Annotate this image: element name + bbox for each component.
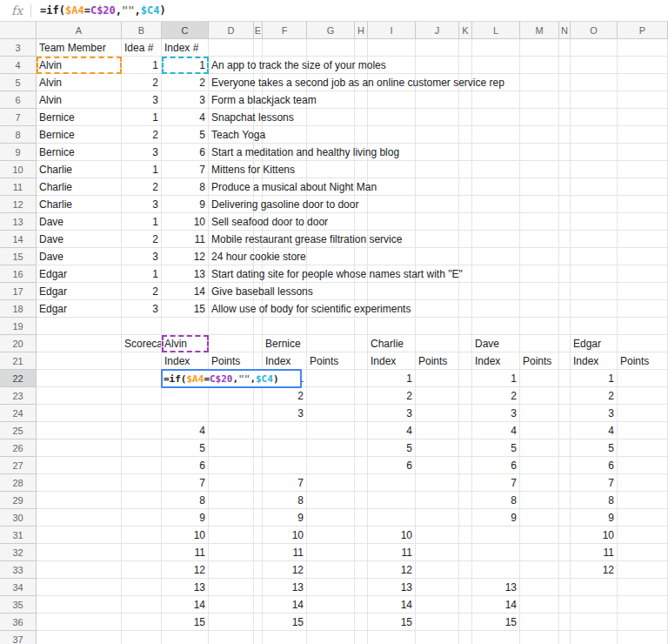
cell-K17[interactable] (459, 283, 472, 300)
cell-N10[interactable] (559, 161, 571, 178)
cell-N11[interactable] (559, 178, 571, 196)
cell-L31[interactable] (472, 527, 520, 544)
cell-B33[interactable] (122, 561, 162, 579)
cell-G25[interactable] (307, 422, 355, 439)
cell-C13[interactable]: 10 (162, 213, 209, 231)
cell-D5[interactable]: Everyone takes a second job as an online… (209, 74, 254, 91)
row-header-14[interactable]: 14 (0, 231, 37, 248)
cell-L6[interactable] (472, 91, 520, 109)
cell-J22[interactable] (416, 370, 459, 387)
cell-M10[interactable] (520, 161, 559, 178)
cell-I10[interactable] (368, 161, 416, 178)
cell-C32[interactable]: 11 (162, 544, 209, 561)
cell-P4[interactable] (618, 57, 668, 74)
cell-B9[interactable]: 3 (122, 144, 162, 161)
cell-P27[interactable] (618, 457, 668, 474)
cell-M9[interactable] (520, 144, 559, 161)
cell-P30[interactable] (618, 509, 668, 527)
cell-O21[interactable]: Index (571, 352, 618, 370)
cell-J23[interactable] (416, 387, 459, 405)
cell-A14[interactable]: Dave (37, 231, 122, 248)
cell-I36[interactable]: 15 (368, 614, 416, 631)
cell-P18[interactable] (618, 300, 668, 318)
column-header-C[interactable]: C (162, 22, 209, 39)
cell-A3[interactable]: Team Member (37, 39, 122, 57)
cell-B32[interactable] (122, 544, 162, 561)
cell-H21[interactable] (355, 352, 368, 370)
cell-L18[interactable] (472, 300, 520, 318)
cell-J29[interactable] (416, 492, 459, 509)
cell-A22[interactable] (37, 370, 122, 387)
cell-C35[interactable]: 14 (162, 596, 209, 614)
cell-A28[interactable] (37, 474, 122, 492)
cell-M11[interactable] (520, 178, 559, 196)
cell-B14[interactable]: 2 (122, 231, 162, 248)
cell-P16[interactable] (618, 265, 668, 283)
cell-M32[interactable] (520, 544, 559, 561)
cell-F26[interactable] (263, 439, 307, 457)
cell-I29[interactable] (368, 492, 416, 509)
cell-D23[interactable] (209, 387, 254, 405)
cell-J14[interactable] (416, 231, 459, 248)
cell-E36[interactable] (254, 614, 263, 631)
cell-O36[interactable] (571, 614, 618, 631)
cell-I34[interactable]: 13 (368, 579, 416, 596)
cell-P34[interactable] (618, 579, 668, 596)
cell-A9[interactable]: Bernice (37, 144, 122, 161)
cell-I28[interactable] (368, 474, 416, 492)
cell-G26[interactable] (307, 439, 355, 457)
cell-I25[interactable]: 4 (368, 422, 416, 439)
row-header-19[interactable]: 19 (0, 318, 37, 335)
cell-N20[interactable] (559, 335, 571, 352)
cell-M24[interactable] (520, 405, 559, 422)
cell-L26[interactable]: 5 (472, 439, 520, 457)
cell-A17[interactable]: Edgar (37, 283, 122, 300)
cell-C31[interactable]: 10 (162, 527, 209, 544)
cell-E20[interactable] (254, 335, 263, 352)
cell-N28[interactable] (559, 474, 571, 492)
cell-P28[interactable] (618, 474, 668, 492)
row-header-15[interactable]: 15 (0, 248, 37, 265)
cell-A15[interactable]: Dave (37, 248, 122, 265)
cell-O37[interactable] (571, 631, 618, 644)
cell-L36[interactable]: 15 (472, 614, 520, 631)
cell-D32[interactable] (209, 544, 254, 561)
cell-D33[interactable] (209, 561, 254, 579)
cell-P12[interactable] (618, 196, 668, 213)
cell-B24[interactable] (122, 405, 162, 422)
cell-B30[interactable] (122, 509, 162, 527)
cell-O19[interactable] (571, 318, 618, 335)
cell-K35[interactable] (459, 596, 472, 614)
cell-N34[interactable] (559, 579, 571, 596)
cell-J26[interactable] (416, 439, 459, 457)
cell-J10[interactable] (416, 161, 459, 178)
cell-K29[interactable] (459, 492, 472, 509)
cell-D11[interactable]: Produce a musical about Night Man (209, 178, 254, 196)
cell-B16[interactable]: 1 (122, 265, 162, 283)
cell-B13[interactable]: 1 (122, 213, 162, 231)
cell-N26[interactable] (559, 439, 571, 457)
cell-H34[interactable] (355, 579, 368, 596)
column-header-M[interactable]: M (520, 22, 559, 39)
cell-P37[interactable] (618, 631, 668, 644)
cell-N31[interactable] (559, 527, 571, 544)
cell-N3[interactable] (559, 39, 571, 57)
cell-I20[interactable]: Charlie (368, 335, 416, 352)
cell-C6[interactable]: 3 (162, 91, 209, 109)
cell-G30[interactable] (307, 509, 355, 527)
row-header-4[interactable]: 4 (0, 57, 37, 74)
cell-M8[interactable] (520, 126, 559, 144)
cell-G23[interactable] (307, 387, 355, 405)
cell-D6[interactable]: Form a blackjack team (209, 91, 254, 109)
column-header-O[interactable]: O (571, 22, 618, 39)
cell-P9[interactable] (618, 144, 668, 161)
cell-J36[interactable] (416, 614, 459, 631)
cell-O28[interactable]: 7 (571, 474, 618, 492)
cell-C20[interactable]: Alvin (162, 335, 209, 352)
cell-E34[interactable] (254, 579, 263, 596)
cell-P13[interactable] (618, 213, 668, 231)
cell-D35[interactable] (209, 596, 254, 614)
cell-M17[interactable] (520, 283, 559, 300)
cell-P7[interactable] (618, 109, 668, 126)
cell-F34[interactable]: 13 (263, 579, 307, 596)
